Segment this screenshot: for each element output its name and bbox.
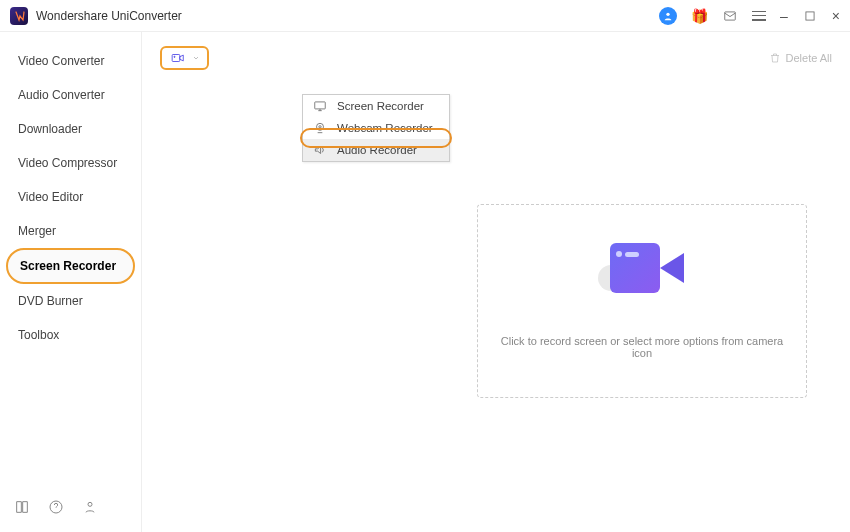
close-button[interactable]: × [832,8,840,24]
webcam-icon [313,121,327,135]
svg-rect-7 [315,102,326,109]
record-dropzone[interactable]: Click to record screen or select more op… [477,204,807,398]
svg-point-6 [174,56,175,57]
recorder-type-dropdown-toggle[interactable] [160,46,209,70]
dropdown-item-screen-recorder[interactable]: Screen Recorder [303,95,449,117]
audio-icon [313,143,327,157]
recorder-type-dropdown: Screen Recorder Webcam Recorder Audio Re… [302,94,450,162]
svg-rect-1 [725,11,736,19]
sidebar-item-video-converter[interactable]: Video Converter [0,44,141,78]
trash-icon [769,52,781,64]
svg-rect-5 [172,55,180,62]
svg-point-4 [88,502,92,506]
sidebar-item-dvd-burner[interactable]: DVD Burner [0,284,141,318]
mail-icon[interactable] [722,8,738,24]
titlebar-right: 🎁 – × [659,7,840,25]
app-title: Wondershare UniConverter [36,9,182,23]
app-logo [10,7,28,25]
dropdown-item-audio-recorder[interactable]: Audio Recorder [303,139,449,161]
chevron-down-icon [192,54,200,62]
menu-icon[interactable] [752,11,766,21]
svg-point-8 [317,123,324,130]
maximize-button[interactable] [802,8,818,24]
sidebar-item-screen-recorder[interactable]: Screen Recorder [6,248,135,284]
sidebar-item-audio-converter[interactable]: Audio Converter [0,78,141,112]
svg-point-0 [666,12,669,15]
help-icon[interactable] [48,499,64,518]
sidebar-item-video-compressor[interactable]: Video Compressor [0,146,141,180]
dropzone-text: Click to record screen or select more op… [478,335,806,359]
main-area: Delete All Screen Recorder Webcam Record… [142,32,850,532]
sidebar-item-downloader[interactable]: Downloader [0,112,141,146]
camera-illustration-icon [598,243,686,307]
toolbar: Delete All [160,46,832,70]
svg-rect-2 [806,11,814,19]
account-icon[interactable] [82,499,98,518]
user-avatar-icon[interactable] [659,7,677,25]
titlebar: Wondershare UniConverter 🎁 – × [0,0,850,32]
screen-icon [313,99,327,113]
dropdown-item-webcam-recorder[interactable]: Webcam Recorder [303,117,449,139]
sidebar-item-merger[interactable]: Merger [0,214,141,248]
svg-point-9 [319,126,321,128]
sidebar-item-toolbox[interactable]: Toolbox [0,318,141,352]
sidebar-item-video-editor[interactable]: Video Editor [0,180,141,214]
gift-icon[interactable]: 🎁 [691,8,708,24]
delete-all-button[interactable]: Delete All [769,52,832,64]
sidebar-footer [0,485,141,532]
sidebar: Video Converter Audio Converter Download… [0,32,142,532]
minimize-button[interactable]: – [780,8,788,24]
book-icon[interactable] [14,499,30,518]
